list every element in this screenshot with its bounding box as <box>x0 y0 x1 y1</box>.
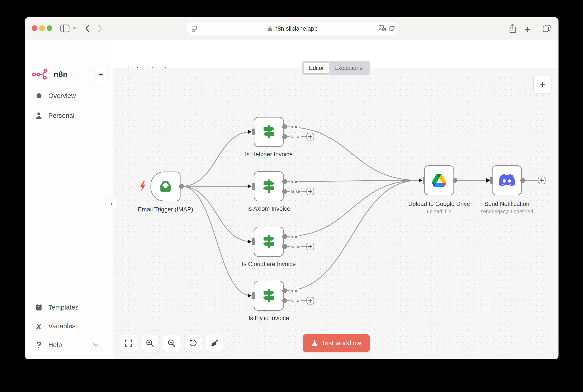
tab-overview-icon[interactable] <box>542 24 551 33</box>
trigger-bolt-icon <box>139 181 147 192</box>
logo-text: n8n <box>54 70 68 79</box>
node-is-hetzner-invoice[interactable] <box>254 117 284 147</box>
person-icon <box>35 112 43 119</box>
sidebar-item-help[interactable]: ? Help <box>25 338 113 352</box>
node-label: Send Notification <box>484 201 529 208</box>
svg-text:文: 文 <box>383 28 385 31</box>
close-window-button[interactable] <box>32 25 37 31</box>
connection-axiom-true-to-drive <box>285 180 419 182</box>
port-label-true: true <box>290 288 300 294</box>
sidebar-item-label: Variables <box>48 322 76 330</box>
canvas-add-node-button[interactable]: + <box>533 76 551 94</box>
node-is-axiom-invoice[interactable] <box>254 171 284 201</box>
connection-cloudflare-true-to-drive <box>285 180 419 236</box>
view-tabs: Editor Executions <box>302 61 370 75</box>
port-label-false: false <box>290 298 301 303</box>
zoom-window-button[interactable] <box>47 25 52 31</box>
home-icon <box>35 92 43 99</box>
port-label-false: false <box>290 244 301 249</box>
browser-toolbar: n8n.sliplane.app A文 + <box>25 17 558 40</box>
google-drive-icon <box>432 174 446 187</box>
node-subtitle: upload: file <box>427 208 451 214</box>
toolbar-chevron-down-icon[interactable] <box>72 26 77 30</box>
node-label: Is Axiom Invoice <box>247 206 290 212</box>
port-label-true: true <box>290 124 300 130</box>
question-mark-icon: ? <box>35 340 43 349</box>
sidebar-item-label: Templates <box>48 304 79 311</box>
port-label-true: true <box>290 179 300 184</box>
connection-hetzner-true-to-drive <box>285 127 419 180</box>
sidebar-divider <box>25 356 113 356</box>
undo-button[interactable] <box>185 334 202 352</box>
box-icon <box>35 304 43 311</box>
sidebar-item-label: Personal <box>48 112 74 119</box>
chevron-left-icon: ‹ <box>111 200 113 208</box>
tidy-up-button[interactable] <box>206 334 223 352</box>
node-label: Is Fly.io Invoice <box>248 315 289 322</box>
sidebar-item-variables[interactable]: x Variables <box>25 319 113 333</box>
signpost-icon <box>261 178 276 194</box>
add-workflow-button[interactable]: + <box>94 68 107 81</box>
n8n-logo: n8n <box>32 69 68 80</box>
share-page-icon[interactable] <box>509 24 517 34</box>
sidebar-toggle-icon[interactable] <box>60 24 70 32</box>
sidebar-item-label: Help <box>48 341 62 348</box>
reload-icon[interactable] <box>389 25 395 32</box>
variables-icon: x <box>35 322 43 330</box>
inbox-icon <box>158 180 173 193</box>
node-subtitle: sendLegacy: undefined <box>481 208 533 214</box>
sidebar: n8n + Overview Personal Templates x Vari… <box>25 40 113 359</box>
port-label-true: true <box>290 234 300 239</box>
connection-email-to-hetzner <box>181 132 251 186</box>
node-is-flyio-invoice[interactable] <box>254 281 284 311</box>
back-button[interactable] <box>85 24 90 32</box>
discord-icon <box>499 174 515 187</box>
sidebar-item-templates[interactable]: Templates <box>25 300 113 314</box>
sidebar-collapse-button[interactable]: ‹ <box>106 198 118 210</box>
node-label: Upload to Google Drive <box>408 201 470 208</box>
forward-button[interactable] <box>98 24 103 32</box>
fit-view-button[interactable] <box>120 334 137 352</box>
node-label: Email Trigger (IMAP) <box>138 206 193 213</box>
browser-window: n8n.sliplane.app A文 + <box>25 17 558 359</box>
url-text: n8n.sliplane.app <box>274 25 318 32</box>
node-send-notification[interactable] <box>492 165 522 195</box>
minimize-window-button[interactable] <box>39 25 45 31</box>
tab-executions[interactable]: Executions <box>329 62 368 74</box>
connection-flyio-true-to-drive <box>285 180 419 291</box>
node-email-trigger[interactable] <box>150 172 180 201</box>
signpost-icon <box>261 234 276 249</box>
sidebar-item-overview[interactable]: Overview <box>25 89 113 103</box>
lock-icon <box>268 26 272 32</box>
node-label: Is Hetzner Invoice <box>245 151 293 158</box>
chevron-down-icon <box>93 343 99 346</box>
address-bar[interactable]: n8n.sliplane.app A文 <box>185 22 400 35</box>
add-node-plus-buttons <box>307 133 545 304</box>
n8n-logo-icon <box>32 69 50 80</box>
sidebar-item-personal[interactable]: Personal <box>25 108 113 122</box>
translate-icon[interactable]: A文 <box>379 25 386 32</box>
signpost-icon <box>261 124 276 140</box>
port-label-false: false <box>290 189 301 194</box>
workflow-canvas[interactable]: true false true false true false true fa… <box>113 68 558 359</box>
connection-email-to-flyio <box>181 186 251 296</box>
node-label: Is Cloudflare Invoice <box>242 261 296 268</box>
node-is-cloudflare-invoice[interactable] <box>254 227 284 257</box>
port-label-false: false <box>290 134 301 139</box>
test-workflow-label: Test workflow <box>322 339 361 347</box>
node-upload-google-drive[interactable] <box>424 165 454 195</box>
signpost-icon <box>261 288 276 303</box>
new-tab-icon[interactable]: + <box>524 23 531 36</box>
zoom-in-button[interactable] <box>141 334 158 352</box>
sidebar-item-label: Overview <box>48 92 76 100</box>
test-workflow-button[interactable]: Test workflow <box>303 334 370 352</box>
tab-editor[interactable]: Editor <box>304 62 329 74</box>
zoom-out-button[interactable] <box>163 334 180 352</box>
connection-email-to-cloudflare <box>181 186 251 242</box>
flask-icon <box>311 339 318 347</box>
